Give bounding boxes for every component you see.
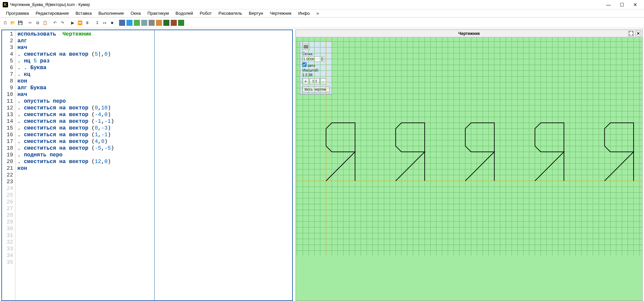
run-icon[interactable]: ▶ <box>69 19 76 26</box>
line-number: 30 <box>2 225 13 232</box>
line-number: 1 <box>2 31 13 38</box>
menu-Окна[interactable]: Окна <box>127 9 144 17</box>
plus-icon[interactable] <box>178 19 184 26</box>
doc-icon[interactable] <box>163 19 170 26</box>
code-lines[interactable]: использовать Чертежникалгнач. сместиться… <box>15 30 155 300</box>
titlebar: K Чертежник_Буква_Я(векторы).kum - Кумир… <box>0 0 644 9</box>
line-number: 6 <box>2 64 13 71</box>
line-number: 23 <box>2 179 13 185</box>
line-number: 27 <box>2 205 13 212</box>
menu-Выполнение[interactable]: Выполнение <box>95 9 127 17</box>
code-line[interactable]: . опустить перо <box>17 98 154 105</box>
open-icon[interactable]: 📂 <box>9 19 16 26</box>
step-icon[interactable]: ↧ <box>94 19 101 26</box>
code-line[interactable]: алг Буква <box>17 85 154 91</box>
toolbar: 🗋📂💾✂⧉📋↶↷▶⏩⏸↧↦■ <box>0 17 644 28</box>
line-number: 34 <box>2 252 13 259</box>
line-number: 35 <box>2 259 13 266</box>
code-margin <box>155 30 292 300</box>
new-icon[interactable]: 🗋 <box>2 19 9 26</box>
menu-Программа[interactable]: Программа <box>3 9 32 17</box>
cut-icon[interactable]: ✂ <box>27 19 34 26</box>
line-number: 28 <box>2 212 13 219</box>
code-line[interactable]: кон <box>17 78 154 85</box>
drafter-titlebar: Чертежник ⛶ ✕ <box>296 30 642 37</box>
menu-Редактирование[interactable]: Редактирование <box>32 9 72 17</box>
drafter-maximize-icon[interactable]: ⛶ <box>628 31 634 36</box>
code-line[interactable]: нач <box>17 44 154 51</box>
code-line[interactable]: . сместиться на вектор (0,-3) <box>17 125 154 132</box>
fast-icon[interactable]: ⏩ <box>76 19 83 26</box>
paste-icon[interactable]: 📋 <box>42 19 48 26</box>
code-line[interactable]: использовать Чертежник <box>17 31 154 38</box>
undo-icon[interactable]: ↶ <box>52 19 58 26</box>
menu-Вставка[interactable]: Вставка <box>72 9 95 17</box>
menu-Водолей[interactable]: Водолей <box>172 9 196 17</box>
line-number: 3 <box>2 44 13 51</box>
stop-icon[interactable]: ■ <box>109 19 115 26</box>
line-number: 21 <box>2 165 13 172</box>
code-line[interactable]: . сместиться на вектор (-5,-5) <box>17 145 154 152</box>
menu-Робот[interactable]: Робот <box>197 9 215 17</box>
menu-Чертежник[interactable]: Чертежник <box>266 9 295 17</box>
code-line[interactable]: кон <box>17 165 154 172</box>
painter-icon[interactable] <box>141 19 148 26</box>
drafter-panel: Чертежник ⛶ ✕ Сетка: ▲▼ авто Масштаб: 1:… <box>296 30 643 301</box>
code-line[interactable]: . сместиться на вектор (12,0) <box>17 158 154 165</box>
menu-Рисователь[interactable]: Рисователь <box>215 9 245 17</box>
code-line[interactable]: . кц <box>17 71 154 78</box>
line-number: 25 <box>2 192 13 199</box>
drafter-canvas[interactable]: Сетка: ▲▼ авто Масштаб: 1:2.38 + 1:1 - В… <box>296 37 642 301</box>
line-number: 2 <box>2 38 13 44</box>
code-line[interactable]: . поднять перо <box>17 152 154 158</box>
line-number: 31 <box>2 232 13 239</box>
code-line[interactable]: алг <box>17 38 154 44</box>
drafter-close-icon[interactable]: ✕ <box>636 31 641 36</box>
minimize-button[interactable]: — <box>605 1 612 8</box>
maximize-button[interactable]: ☐ <box>619 1 625 8</box>
pen-icon[interactable] <box>156 19 162 26</box>
save-icon[interactable]: 💾 <box>17 19 23 26</box>
pause-icon[interactable]: ⏸ <box>84 19 91 26</box>
line-number: 16 <box>2 132 13 138</box>
turtle-icon[interactable] <box>148 19 155 26</box>
line-gutter: 1234567891011121314151617181920212223242… <box>2 30 15 300</box>
line-number: 11 <box>2 98 13 105</box>
step2-icon[interactable]: ↦ <box>101 19 108 26</box>
copy-icon[interactable]: ⧉ <box>34 19 41 26</box>
editor-panel: 1234567891011121314151617181920212223242… <box>1 30 293 301</box>
line-number: 33 <box>2 246 13 252</box>
line-number: 5 <box>2 58 13 64</box>
menu-Инфо[interactable]: Инфо <box>295 9 313 17</box>
code-line[interactable]: . сместиться на вектор (4,0) <box>17 138 154 145</box>
code-line[interactable]: . сместиться на вектор (1,-1) <box>17 132 154 138</box>
code-line[interactable]: . сместиться на вектор (0,10) <box>17 105 154 111</box>
line-number: 14 <box>2 118 13 125</box>
code-line[interactable]: нач <box>17 91 154 98</box>
code-line[interactable]: . сместиться на вектор (5|,0) <box>17 51 154 58</box>
menu-Вертун[interactable]: Вертун <box>246 9 267 17</box>
doc2-icon[interactable] <box>170 19 177 26</box>
menu-Практикум[interactable]: Практикум <box>144 9 172 17</box>
line-number: 7 <box>2 71 13 78</box>
line-number: 12 <box>2 105 13 111</box>
menubar: ПрограммаРедактированиеВставкаВыполнение… <box>0 9 644 17</box>
code-line[interactable]: . нц 5 раз <box>17 58 154 64</box>
code-area[interactable]: 1234567891011121314151617181920212223242… <box>2 30 292 300</box>
grid-icon[interactable] <box>119 19 125 26</box>
main-area: 1234567891011121314151617181920212223242… <box>0 28 644 301</box>
redo-icon[interactable]: ↷ <box>59 19 66 26</box>
line-number: 20 <box>2 158 13 165</box>
line-number: 32 <box>2 239 13 246</box>
code-line[interactable]: . . Буква <box>17 64 154 71</box>
menu-»[interactable]: » <box>313 9 322 17</box>
code-line[interactable]: . сместиться на вектор (-4,0) <box>17 111 154 118</box>
app-icon: K <box>3 2 8 7</box>
line-number: 24 <box>2 185 13 192</box>
code-line[interactable]: . сместиться на вектор (-1,-1) <box>17 118 154 125</box>
close-button[interactable]: ✕ <box>632 1 639 8</box>
line-number: 10 <box>2 91 13 98</box>
line-number: 29 <box>2 219 13 225</box>
water-icon[interactable] <box>126 19 133 26</box>
robot-icon[interactable] <box>133 19 140 26</box>
